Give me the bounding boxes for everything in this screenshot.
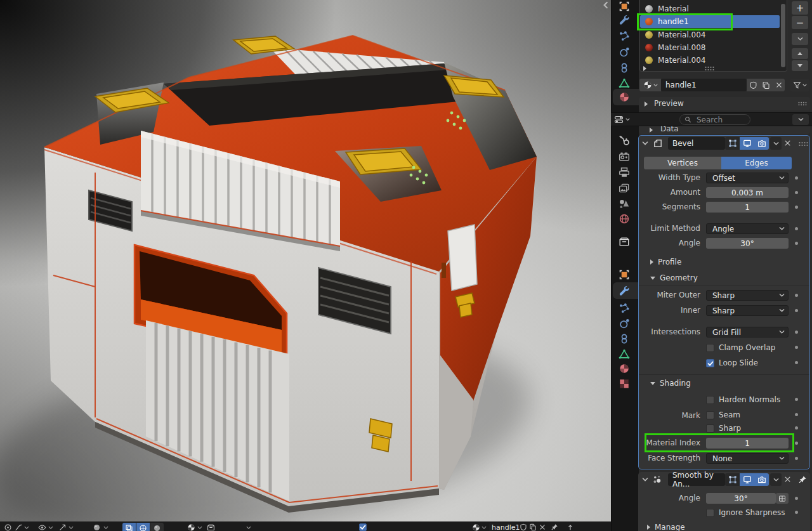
width-type-dropdown[interactable]: Offset xyxy=(706,173,789,183)
list-scrollbar[interactable] xyxy=(781,4,785,67)
amount-slider[interactable]: 0.003 m xyxy=(706,187,789,198)
chevron-down-icon[interactable] xyxy=(481,525,487,530)
render-display-toggle[interactable] xyxy=(754,137,769,150)
ignore-sharpness-label[interactable]: Ignore Sharpness xyxy=(719,508,785,518)
pin-icon[interactable] xyxy=(798,475,807,484)
viewport-3d[interactable] xyxy=(0,0,611,521)
remove-slot-button[interactable]: − xyxy=(792,16,808,29)
list-resize-grip-icon[interactable] xyxy=(704,65,714,72)
input-attribute-toggle[interactable] xyxy=(776,493,789,504)
bevel-angle-slider[interactable]: 30° xyxy=(706,238,789,249)
clamp-overlap-checkbox[interactable] xyxy=(706,344,714,352)
animate-dot[interactable] xyxy=(795,398,798,401)
tab-modifiers-active[interactable] xyxy=(619,285,630,296)
pin-icon[interactable] xyxy=(551,523,558,531)
chevron-down-icon[interactable] xyxy=(197,525,202,530)
tab-object-properties[interactable] xyxy=(619,1,630,12)
face-strength-dropdown[interactable]: None xyxy=(706,453,789,464)
move-slot-down-button[interactable] xyxy=(792,60,808,71)
animate-dot[interactable] xyxy=(795,242,798,245)
modifier-drag-grip-icon[interactable] xyxy=(798,140,808,148)
tab-material-properties-active[interactable] xyxy=(619,91,630,103)
geometry-subpanel-header[interactable]: Geometry xyxy=(650,272,698,284)
copy-icon[interactable] xyxy=(529,523,537,531)
tab-data[interactable] xyxy=(619,348,630,360)
animate-dot[interactable] xyxy=(795,442,798,445)
loop-slide-checkbox[interactable] xyxy=(706,359,714,367)
animate-dot[interactable] xyxy=(795,206,798,209)
region-collapse-arrow-icon[interactable] xyxy=(602,1,610,9)
wireframe-toggle[interactable] xyxy=(136,523,150,531)
tab-texture[interactable] xyxy=(619,378,630,390)
edit-mode-toggle[interactable] xyxy=(725,473,740,486)
tab-scene[interactable] xyxy=(619,198,630,209)
animate-dot[interactable] xyxy=(795,426,798,429)
properties-search[interactable] xyxy=(679,114,750,125)
bevel-mode-edges-button-active[interactable]: Edges xyxy=(721,157,792,169)
up-arrow-icon[interactable] xyxy=(566,523,574,531)
animate-dot[interactable] xyxy=(795,331,798,334)
editor-type-button[interactable] xyxy=(614,114,637,125)
animate-dot[interactable] xyxy=(795,511,798,514)
animate-dot[interactable] xyxy=(795,346,798,349)
sphere-icon[interactable] xyxy=(93,523,101,531)
header-options-button[interactable] xyxy=(792,114,809,125)
tab-modifier-properties[interactable] xyxy=(619,14,630,25)
delete-modifier-icon[interactable] xyxy=(783,139,792,147)
shader-editor-type-icon[interactable] xyxy=(187,523,195,531)
new-material-button[interactable] xyxy=(759,79,773,91)
modifier-name-field[interactable]: Bevel xyxy=(668,137,725,150)
move-slot-up-button[interactable] xyxy=(792,48,808,59)
chevron-down-icon[interactable] xyxy=(24,525,29,530)
harden-normals-label[interactable]: Harden Normals xyxy=(719,395,780,405)
tab-particles[interactable] xyxy=(619,303,630,314)
miter-inner-dropdown[interactable]: Sharp xyxy=(706,305,789,316)
animate-dot[interactable] xyxy=(795,191,798,194)
intersections-dropdown[interactable]: Grid Fill xyxy=(706,327,789,338)
filter-button[interactable] xyxy=(790,79,809,91)
modifier-extras-button[interactable] xyxy=(770,137,782,150)
tab-material[interactable] xyxy=(619,363,630,374)
browse-material-button[interactable] xyxy=(639,79,661,91)
chevron-down-icon[interactable] xyxy=(103,525,108,530)
collapse-chevron-icon[interactable] xyxy=(642,140,648,147)
tab-constraint-properties[interactable] xyxy=(619,62,630,74)
snap-icon[interactable] xyxy=(58,523,67,531)
animate-dot[interactable] xyxy=(795,294,798,297)
modifier-extras-button[interactable] xyxy=(770,473,782,486)
animate-dot[interactable] xyxy=(795,497,798,500)
realtime-display-toggle[interactable] xyxy=(740,137,754,150)
search-input[interactable] xyxy=(695,115,745,125)
preview-panel-header[interactable]: Preview xyxy=(639,97,810,110)
delete-modifier-icon[interactable] xyxy=(783,475,792,483)
modifier-name-field[interactable]: Smooth by An... xyxy=(668,473,725,486)
edit-mode-toggle[interactable] xyxy=(725,137,740,150)
panel-grip-icon[interactable] xyxy=(797,100,807,107)
mark-seam-checkbox[interactable] xyxy=(706,411,714,419)
manage-subpanel-header[interactable]: Manage xyxy=(647,523,685,531)
tab-tool[interactable] xyxy=(619,134,630,146)
material-slot-row[interactable]: Material.004 xyxy=(640,29,780,41)
tab-particle-properties[interactable] xyxy=(619,30,630,42)
tab-world[interactable] xyxy=(619,213,630,225)
falloff-curve-icon[interactable] xyxy=(15,523,23,531)
animate-dot[interactable] xyxy=(795,227,798,230)
proportional-editing-icon[interactable] xyxy=(4,523,12,531)
data-panel-header[interactable]: Data xyxy=(639,126,810,134)
smooth-angle-slider[interactable]: 30° xyxy=(706,493,776,504)
tab-render[interactable] xyxy=(619,151,630,162)
tab-constraints[interactable] xyxy=(619,333,630,344)
list-expand-icon[interactable] xyxy=(643,66,646,71)
mark-sharp-checkbox[interactable] xyxy=(706,424,714,433)
material-slot-row[interactable]: Material.008 xyxy=(640,41,780,54)
slot-specials-button[interactable] xyxy=(792,33,808,45)
unlink-material-button[interactable] xyxy=(773,79,785,91)
overlay-toggle[interactable] xyxy=(122,523,136,531)
add-slot-button[interactable]: + xyxy=(792,1,808,15)
material-slot-row-selected[interactable]: handle1 xyxy=(640,15,780,28)
clamp-overlap-label[interactable]: Clamp Overlap xyxy=(719,343,775,353)
animate-dot[interactable] xyxy=(795,413,798,416)
realtime-display-toggle[interactable] xyxy=(740,473,754,486)
chevron-down-icon[interactable] xyxy=(48,525,53,530)
tab-view-layer[interactable] xyxy=(619,183,630,194)
